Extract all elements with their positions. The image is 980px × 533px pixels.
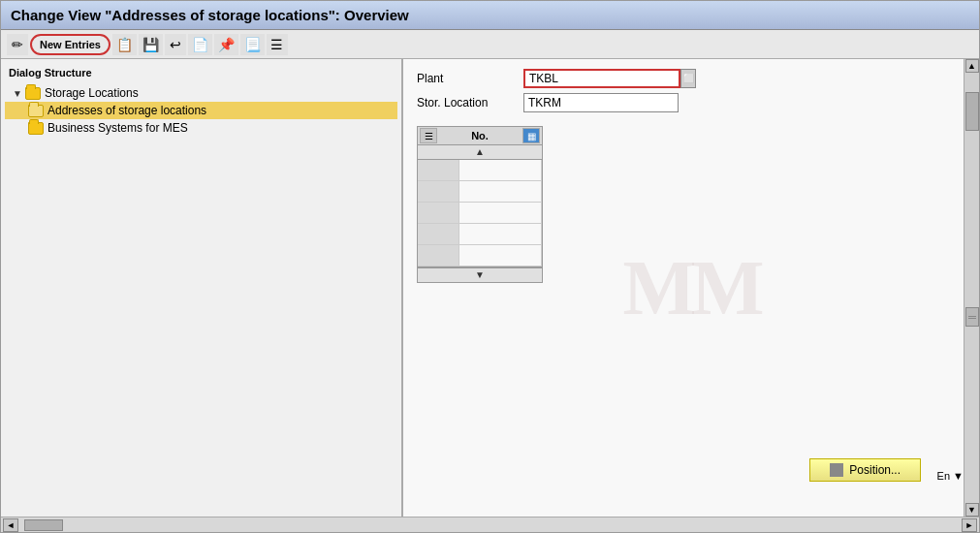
main-window: Change View "Addresses of storage locati… bbox=[0, 0, 980, 533]
stor-location-input[interactable] bbox=[523, 93, 679, 112]
sidebar-item-label: Addresses of storage locations bbox=[47, 104, 206, 117]
table-no-header: No. bbox=[439, 130, 521, 141]
bottom-scrollbar[interactable]: ◄ ► bbox=[1, 517, 979, 532]
scroll-track-h bbox=[20, 519, 960, 531]
sidebar-item-business-systems[interactable]: Business Systems for MES bbox=[5, 119, 397, 137]
table-row bbox=[418, 203, 542, 224]
folder-icon bbox=[25, 87, 41, 100]
plant-input[interactable] bbox=[523, 69, 680, 88]
scroll-up-arrow[interactable]: ▲ bbox=[475, 146, 485, 158]
stor-location-label: Stor. Location bbox=[417, 96, 523, 110]
stor-location-value-box bbox=[523, 93, 679, 112]
pin-btn[interactable]: 📌 bbox=[214, 34, 238, 55]
table-row bbox=[418, 181, 542, 203]
table-select-btn[interactable]: ☰ bbox=[420, 128, 437, 143]
left-panel: Dialog Structure ▼ Storage Locations Add… bbox=[1, 59, 403, 517]
table-row bbox=[418, 245, 542, 266]
folder-open-icon bbox=[28, 105, 44, 117]
table-cell-no bbox=[459, 181, 542, 202]
plant-lookup-btn[interactable]: ⬜ bbox=[680, 69, 696, 88]
sidebar-item-storage-locations[interactable]: ▼ Storage Locations bbox=[5, 84, 397, 102]
copy-btn[interactable]: 📋 bbox=[112, 34, 137, 55]
tree-expand-arrow: ▼ bbox=[13, 88, 22, 99]
table-scroll-up[interactable]: ▲ bbox=[417, 144, 543, 159]
table-container: ☰ No. ▦ ▲ bbox=[417, 126, 543, 283]
sidebar-item-addresses[interactable]: Addresses of storage locations bbox=[5, 102, 397, 119]
save-btn[interactable]: 💾 bbox=[139, 34, 163, 55]
table-row bbox=[418, 224, 542, 245]
sidebar-item-label: Business Systems for MES bbox=[47, 121, 188, 135]
table-body bbox=[417, 159, 543, 267]
scroll-right-btn[interactable]: ► bbox=[962, 518, 977, 532]
toolbar: ✏ New Entries 📋 💾 ↩ 📄 📌 📃 ☰ bbox=[1, 30, 979, 59]
table-row bbox=[418, 160, 542, 181]
doc-btn[interactable]: 📄 bbox=[188, 34, 212, 55]
menu-btn[interactable]: ☰ bbox=[267, 34, 288, 55]
position-button[interactable]: Position... bbox=[809, 458, 921, 482]
table-toolbar: ☰ No. ▦ bbox=[417, 126, 543, 144]
undo-btn[interactable]: ↩ bbox=[165, 34, 186, 55]
scroll-left-btn[interactable]: ◄ bbox=[3, 518, 18, 532]
scroll-thumb-h[interactable] bbox=[24, 519, 63, 531]
scrollbar-grip[interactable] bbox=[965, 307, 979, 327]
dialog-structure-label: Dialog Structure bbox=[5, 67, 397, 78]
plant-label: Plant bbox=[417, 72, 523, 85]
table-scroll-down[interactable]: ▼ bbox=[417, 267, 543, 283]
table-cell-no bbox=[459, 160, 542, 180]
doc2-btn[interactable]: 📃 bbox=[240, 34, 265, 55]
edit-icon-btn[interactable]: ✏ bbox=[7, 34, 28, 55]
table-cell-no bbox=[459, 224, 542, 244]
stor-location-field-row: Stor. Location bbox=[417, 93, 965, 112]
plant-value-box: ⬜ bbox=[523, 69, 696, 88]
folder-icon bbox=[28, 122, 44, 135]
right-scrollbar[interactable]: ▲ ▼ bbox=[964, 59, 979, 517]
new-entries-button[interactable]: New Entries bbox=[30, 34, 111, 55]
scroll-track bbox=[965, 73, 979, 503]
content-area: Dialog Structure ▼ Storage Locations Add… bbox=[1, 59, 979, 517]
watermark: MM bbox=[622, 244, 759, 332]
scroll-down-arrow[interactable]: ▼ bbox=[475, 269, 485, 281]
table-cell-no bbox=[459, 203, 542, 223]
scroll-thumb[interactable] bbox=[965, 92, 979, 131]
scroll-top-btn[interactable]: ▲ bbox=[965, 59, 979, 73]
en-dropdown[interactable]: En ▼ bbox=[937, 470, 964, 482]
plant-field-row: Plant ⬜ bbox=[417, 69, 965, 88]
table-cell-no bbox=[459, 245, 542, 266]
sidebar-item-label: Storage Locations bbox=[45, 86, 139, 100]
page-title: Change View "Addresses of storage locati… bbox=[11, 7, 969, 23]
scroll-bot-btn[interactable]: ▼ bbox=[965, 503, 979, 517]
title-bar: Change View "Addresses of storage locati… bbox=[1, 1, 979, 30]
position-icon bbox=[830, 463, 843, 477]
right-panel: MM Plant ⬜ Stor. Location ☰ bbox=[403, 59, 979, 517]
position-label: Position... bbox=[849, 463, 901, 477]
table-col-btn[interactable]: ▦ bbox=[522, 128, 540, 143]
